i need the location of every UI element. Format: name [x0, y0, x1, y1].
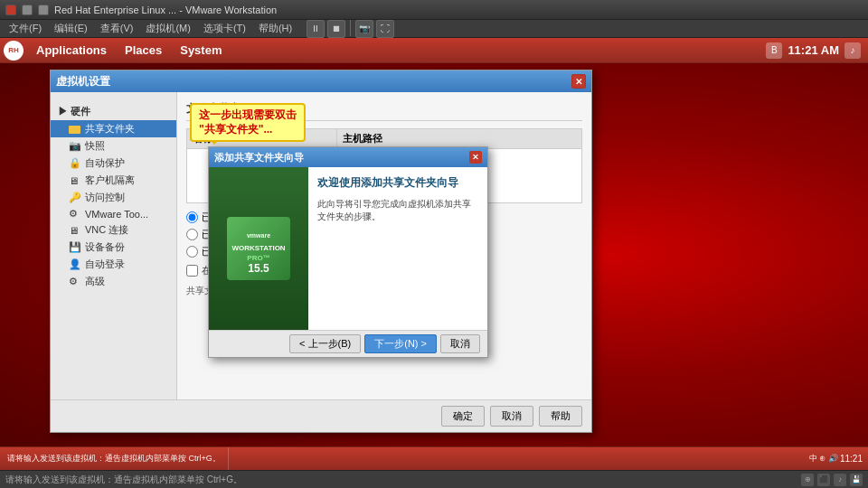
- vm-settings-left-panel: ▶ 硬件 共享文件夹 📷 快照 🔒 自动保护 🖥: [51, 92, 177, 399]
- vm-icon-audio[interactable]: ♪: [834, 474, 846, 486]
- vm-title-text: Red Hat Enterprise Linux ... - VMware Wo…: [54, 5, 863, 15]
- vm-bottom-icons: ⊕ ⬛ ♪ 💾: [801, 474, 863, 486]
- taskbar-right: 中 ⊕ 🔊 11:21: [809, 453, 868, 465]
- vm-screen: RH Applications Places System B 11:21 AM…: [0, 38, 868, 470]
- wizard-next-btn[interactable]: 下一步(N) >: [364, 334, 437, 353]
- vm-settings-close[interactable]: ✕: [571, 74, 586, 89]
- autoprotect-item[interactable]: 🔒 自动保护: [51, 155, 176, 172]
- vm-toolbar-stop[interactable]: ⏹: [327, 20, 345, 38]
- panel-clock: 11:21 AM: [788, 43, 839, 57]
- wizard-close-btn[interactable]: ✕: [469, 151, 482, 164]
- vm-window: Red Hat Enterprise Linux ... - VMware Wo…: [0, 0, 868, 488]
- vm-menu-file[interactable]: 文件(F): [4, 22, 47, 35]
- wizard-desc: 此向导将引导您完成向虚拟机添加共享文件夹的步骤。: [317, 198, 478, 223]
- vm-icon-hd[interactable]: 💾: [850, 474, 863, 486]
- vm-status-text: 请将输入发送到该虚拟机：通告虚拟机内部菜单按 Ctrl+G。: [5, 474, 801, 486]
- vmware-logo-svg: vmware WORKSTATION PRO™ 15.5: [222, 212, 295, 285]
- wizard-title: 添加共享文件夹向导: [214, 151, 304, 164]
- wizard-back-btn[interactable]: < 上一步(B): [289, 334, 361, 353]
- vm-menu-edit[interactable]: 编辑(E): [49, 22, 93, 35]
- guest-isolation-item[interactable]: 🖥 客户机隔离: [51, 172, 176, 189]
- vm-settings-titlebar: 虚拟机设置 ✕: [51, 70, 591, 92]
- volume-icon[interactable]: ♪: [844, 42, 861, 59]
- rhel-logo: RH: [4, 41, 24, 61]
- vm-toolbar-sep1: [350, 20, 351, 36]
- wizard-cancel-btn[interactable]: 取消: [440, 334, 480, 353]
- vm-close-btn[interactable]: [5, 5, 16, 15]
- taskbar-vm-label: 请将输入发送到该虚拟机：通告虚拟机内部菜单按 Ctrl+G。: [0, 447, 229, 470]
- taskbar-clock: 11:21: [840, 454, 863, 464]
- vm-menu-tabs[interactable]: 选项卡(T): [198, 22, 251, 35]
- taskbar-status-area: 中 ⊕ 🔊: [809, 453, 838, 465]
- svg-rect-13: [69, 126, 80, 134]
- rhel-top-panel: RH Applications Places System B 11:21 AM…: [0, 38, 868, 63]
- cancel-button[interactable]: 取消: [490, 406, 533, 427]
- panel-right: B 11:21 AM ♪: [766, 42, 868, 59]
- svg-text:PRO™: PRO™: [247, 254, 269, 262]
- snapshot-item[interactable]: 📷 快照: [51, 137, 176, 155]
- annotation-tooltip: 这一步出现需要双击"共享文件夹"...: [190, 103, 306, 142]
- panel-system[interactable]: System: [171, 38, 231, 62]
- advanced-item[interactable]: ⚙ 高级: [51, 273, 176, 290]
- svg-text:15.5: 15.5: [248, 262, 269, 275]
- autologin-item[interactable]: 👤 自动登录: [51, 256, 176, 273]
- wizard-dialog: 添加共享文件夹向导 ✕: [208, 146, 488, 358]
- vmware-logo: vmware WORKSTATION PRO™ 15.5: [222, 212, 295, 285]
- vm-toolbar-pause[interactable]: ⏸: [307, 20, 325, 38]
- vm-min-btn[interactable]: [22, 5, 33, 15]
- bluetooth-icon[interactable]: B: [766, 42, 782, 59]
- shared-folder-icon: [69, 123, 81, 136]
- vm-bottombar: 请将输入发送到该虚拟机：通告虚拟机内部菜单按 Ctrl+G。 ⊕ ⬛ ♪ 💾: [0, 470, 868, 488]
- vm-icon-usb[interactable]: ⬛: [817, 474, 830, 486]
- vmware-tools-item[interactable]: ⚙ VMware Too...: [51, 206, 176, 221]
- help-button[interactable]: 帮助: [539, 406, 582, 427]
- wizard-left-panel: vmware WORKSTATION PRO™ 15.5: [209, 167, 308, 330]
- vm-toolbar-snapshot[interactable]: 📷: [355, 20, 373, 38]
- svg-text:vmware: vmware: [247, 232, 270, 239]
- wizard-welcome-title: 欢迎使用添加共享文件夹向导: [317, 176, 478, 191]
- vm-menu-view[interactable]: 查看(V): [95, 22, 139, 35]
- vm-menu-vm[interactable]: 虚拟机(M): [140, 22, 196, 35]
- vm-settings-title: 虚拟机设置: [56, 74, 110, 89]
- panel-places[interactable]: Places: [116, 38, 171, 62]
- wizard-body: vmware WORKSTATION PRO™ 15.5 欢迎使用添加共享文件夹…: [209, 167, 487, 330]
- wizard-footer: < 上一步(B) 下一步(N) > 取消: [209, 330, 487, 357]
- wizard-titlebar: 添加共享文件夹向导 ✕: [209, 147, 487, 167]
- vm-toolbar-fullscreen[interactable]: ⛶: [376, 20, 394, 38]
- rhel-taskbar: 请将输入发送到该虚拟机：通告虚拟机内部菜单按 Ctrl+G。 中 ⊕ 🔊 11:…: [0, 446, 868, 470]
- hardware-section-header: ▶ 硬件: [51, 103, 176, 120]
- device-backup-item[interactable]: 💾 设备备份: [51, 239, 176, 256]
- vm-titlebar: Red Hat Enterprise Linux ... - VMware Wo…: [0, 0, 868, 20]
- shared-folders-item[interactable]: 共享文件夹: [51, 120, 176, 137]
- wizard-right-panel: 欢迎使用添加共享文件夹向导 此向导将引导您完成向虚拟机添加共享文件夹的步骤。: [308, 167, 487, 330]
- vm-settings-footer: 确定 取消 帮助: [51, 399, 591, 432]
- vnc-item[interactable]: 🖥 VNC 连接: [51, 221, 176, 239]
- vm-icon-network[interactable]: ⊕: [801, 474, 814, 486]
- vm-menubar: 文件(F) 编辑(E) 查看(V) 虚拟机(M) 选项卡(T) 帮助(H) ⏸ …: [0, 20, 868, 38]
- ok-button[interactable]: 确定: [441, 406, 485, 427]
- vm-menu-help[interactable]: 帮助(H): [253, 22, 297, 35]
- access-control-item[interactable]: 🔑 访问控制: [51, 189, 176, 206]
- panel-applications[interactable]: Applications: [27, 38, 116, 62]
- vm-max-btn[interactable]: [38, 5, 49, 15]
- svg-text:WORKSTATION: WORKSTATION: [231, 244, 285, 252]
